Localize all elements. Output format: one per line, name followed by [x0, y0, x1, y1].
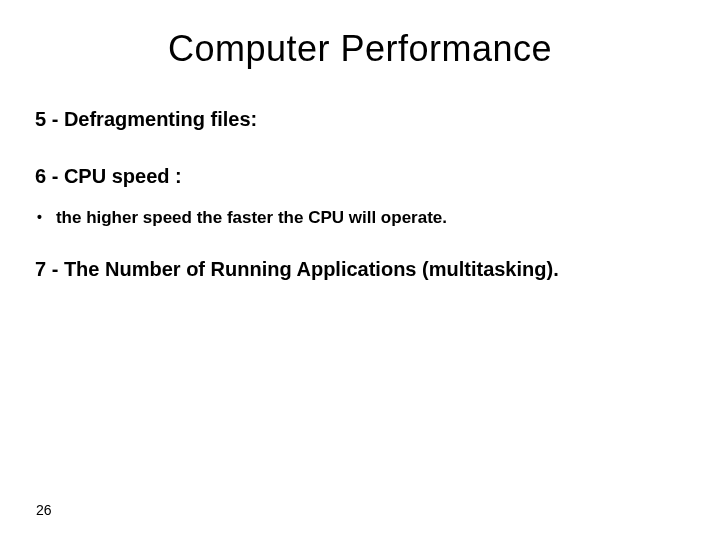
slide: Computer Performance 5 - Defragmenting f… — [0, 0, 720, 540]
heading-running-applications: 7 - The Number of Running Applications (… — [35, 258, 685, 281]
bullet-dot-icon: • — [37, 210, 42, 224]
slide-title: Computer Performance — [35, 28, 685, 70]
page-number: 26 — [36, 502, 52, 518]
bullet-text: the higher speed the faster the CPU will… — [56, 208, 447, 227]
heading-cpu-speed: 6 - CPU speed : — [35, 165, 685, 188]
heading-defragmenting: 5 - Defragmenting files: — [35, 108, 685, 131]
bullet-cpu-speed-detail: •the higher speed the faster the CPU wil… — [37, 208, 685, 228]
